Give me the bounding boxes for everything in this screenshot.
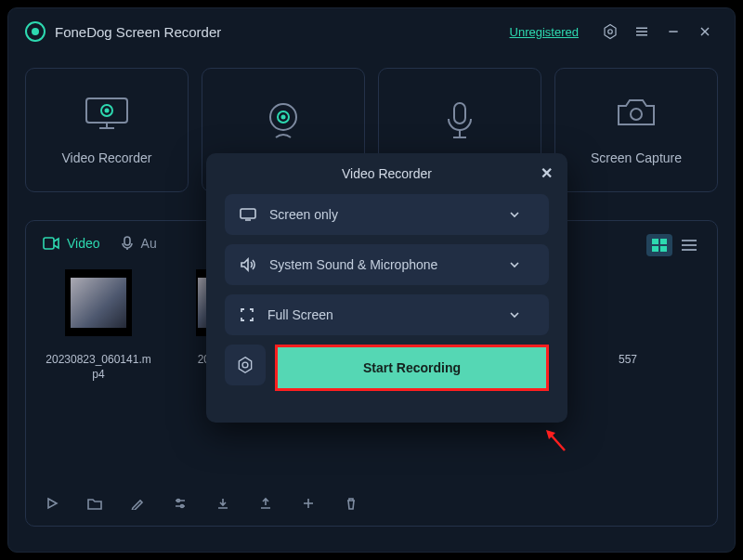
registration-status[interactable]: Unregistered xyxy=(510,25,579,39)
edit-button[interactable] xyxy=(128,494,147,513)
source-value: Screen only xyxy=(269,207,338,222)
folder-button[interactable] xyxy=(85,494,104,513)
audio-value: System Sound & Microphone xyxy=(269,257,437,272)
sound-icon xyxy=(240,257,256,272)
settings-icon[interactable] xyxy=(597,19,623,45)
thumbnail xyxy=(65,269,132,336)
modal-close-button[interactable]: ✕ xyxy=(541,164,553,182)
arrow-annotation xyxy=(544,428,568,452)
start-recording-highlight: Start Recording xyxy=(275,345,549,391)
download-button[interactable] xyxy=(214,494,232,513)
monitor-icon xyxy=(81,95,133,132)
camera-icon xyxy=(613,95,659,132)
svg-point-15 xyxy=(281,115,286,120)
svg-point-12 xyxy=(105,109,110,113)
tab-video[interactable]: Video xyxy=(43,236,100,251)
start-label: Start Recording xyxy=(363,360,461,375)
svg-point-1 xyxy=(608,30,613,34)
mode-label: Screen Capture xyxy=(591,150,682,165)
delete-button[interactable] xyxy=(342,494,360,513)
svg-rect-21 xyxy=(124,237,130,245)
list-icon xyxy=(682,239,697,252)
area-select[interactable]: Full Screen xyxy=(225,294,549,335)
mic-small-icon xyxy=(121,236,134,251)
file-name: 20230823_060141.mp4 xyxy=(43,353,154,382)
grid-icon xyxy=(652,239,667,252)
view-grid-button[interactable] xyxy=(646,234,672,256)
svg-rect-26 xyxy=(660,246,667,252)
library-toolbar xyxy=(43,494,360,513)
area-value: Full Screen xyxy=(267,307,333,322)
video-recorder-modal: Video Recorder ✕ Screen only System Soun… xyxy=(206,153,567,423)
close-icon[interactable] xyxy=(692,19,718,45)
webcam-icon xyxy=(263,100,304,141)
menu-icon[interactable] xyxy=(629,19,655,45)
svg-point-19 xyxy=(631,109,642,120)
app-title: FoneDog Screen Recorder xyxy=(55,24,221,40)
video-icon xyxy=(43,237,59,250)
view-list-button[interactable] xyxy=(676,234,702,256)
svg-rect-16 xyxy=(454,103,465,124)
tab-label: Au xyxy=(141,236,157,251)
chevron-down-icon xyxy=(508,208,521,221)
file-name: 557 xyxy=(619,353,637,368)
mode-video[interactable]: Video Recorder xyxy=(25,68,189,192)
modal-title: Video Recorder xyxy=(225,166,549,181)
recorder-settings-button[interactable] xyxy=(225,345,266,385)
svg-point-40 xyxy=(242,362,248,368)
app-logo xyxy=(25,21,46,42)
source-select[interactable]: Screen only xyxy=(225,194,549,235)
minimize-icon[interactable] xyxy=(660,19,686,45)
tab-label: Video xyxy=(67,236,100,251)
start-recording-button[interactable]: Start Recording xyxy=(278,347,546,388)
svg-rect-37 xyxy=(241,209,255,218)
audio-select[interactable]: System Sound & Microphone xyxy=(225,244,549,285)
svg-rect-23 xyxy=(652,239,658,244)
chevron-down-icon xyxy=(508,308,521,321)
tab-audio[interactable]: Au xyxy=(121,236,157,251)
svg-marker-0 xyxy=(605,25,616,39)
mode-capture[interactable]: Screen Capture xyxy=(554,68,718,192)
filter-button[interactable] xyxy=(171,494,189,513)
list-item[interactable]: 20230823_060141.mp4 xyxy=(43,269,154,382)
gear-icon xyxy=(236,356,254,374)
svg-rect-24 xyxy=(660,239,667,244)
svg-marker-30 xyxy=(48,499,57,508)
monitor-small-icon xyxy=(240,208,256,221)
share-button[interactable] xyxy=(256,494,275,513)
play-button[interactable] xyxy=(43,494,61,513)
chevron-down-icon xyxy=(508,258,521,271)
svg-rect-20 xyxy=(44,238,54,249)
tool-button[interactable] xyxy=(299,494,318,513)
svg-rect-25 xyxy=(652,246,658,252)
mic-icon xyxy=(443,100,476,141)
list-item[interactable]: 557 xyxy=(600,269,656,382)
svg-marker-39 xyxy=(239,358,251,373)
fullscreen-icon xyxy=(240,307,254,322)
mode-label: Video Recorder xyxy=(61,150,151,165)
